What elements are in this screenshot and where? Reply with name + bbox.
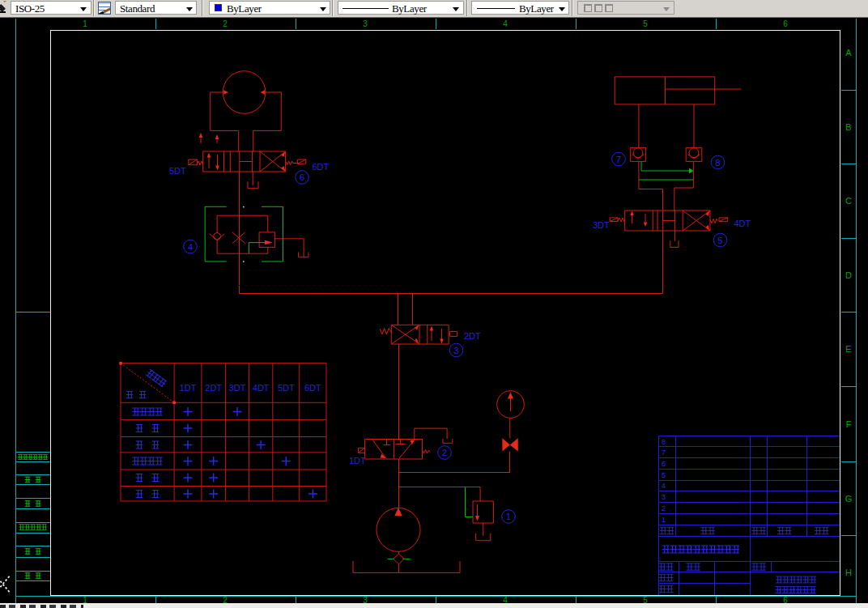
svg-text:4DT: 4DT xyxy=(253,383,270,393)
svg-text:4: 4 xyxy=(503,19,508,28)
svg-text:7: 7 xyxy=(616,155,621,164)
svg-text:6: 6 xyxy=(783,19,788,28)
svg-text:8: 8 xyxy=(715,158,720,168)
svg-text:1DT: 1DT xyxy=(349,456,366,466)
svg-text:6DT: 6DT xyxy=(313,162,330,172)
svg-text:6DT: 6DT xyxy=(304,383,321,393)
svg-text:3DT: 3DT xyxy=(229,383,246,393)
svg-text:7: 7 xyxy=(662,449,666,457)
svg-text:D: D xyxy=(845,270,852,280)
svg-text:3DT: 3DT xyxy=(593,220,610,230)
svg-text:5: 5 xyxy=(717,236,722,245)
svg-text:H: H xyxy=(845,568,852,577)
svg-text:3: 3 xyxy=(453,346,458,355)
svg-text:4: 4 xyxy=(188,242,194,252)
svg-text:A: A xyxy=(845,48,852,57)
svg-text:2: 2 xyxy=(662,504,666,512)
svg-text:5: 5 xyxy=(662,471,666,479)
svg-text:4: 4 xyxy=(662,482,666,490)
svg-text:2: 2 xyxy=(442,448,447,457)
svg-text:3: 3 xyxy=(363,19,368,28)
svg-text:2DT: 2DT xyxy=(464,331,481,341)
svg-text:1DT: 1DT xyxy=(180,383,197,393)
svg-text:3: 3 xyxy=(662,493,666,501)
svg-text:2DT: 2DT xyxy=(205,383,222,393)
svg-text:5DT: 5DT xyxy=(278,383,295,393)
svg-text:1: 1 xyxy=(83,19,87,28)
svg-text:F: F xyxy=(846,419,852,429)
svg-text:6: 6 xyxy=(300,172,304,182)
svg-text:1: 1 xyxy=(506,512,511,521)
svg-text:E: E xyxy=(845,344,851,354)
svg-text:G: G xyxy=(845,494,853,504)
svg-text:4DT: 4DT xyxy=(734,219,751,228)
svg-text:5: 5 xyxy=(643,19,648,28)
svg-text:1: 1 xyxy=(662,516,666,524)
svg-text:6: 6 xyxy=(662,460,666,468)
svg-text:2: 2 xyxy=(223,19,228,28)
svg-text:8: 8 xyxy=(662,438,666,446)
svg-text:B: B xyxy=(845,122,851,132)
svg-text:5DT: 5DT xyxy=(169,166,186,176)
svg-text:C: C xyxy=(845,196,852,206)
